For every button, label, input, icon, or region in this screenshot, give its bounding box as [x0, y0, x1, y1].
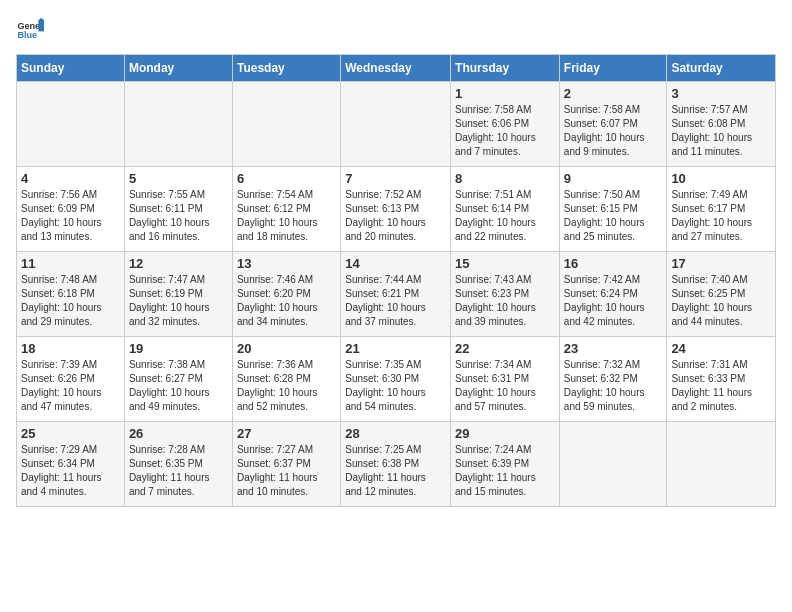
- day-info: Sunrise: 7:36 AM Sunset: 6:28 PM Dayligh…: [237, 358, 336, 414]
- calendar-row-4: 25Sunrise: 7:29 AM Sunset: 6:34 PM Dayli…: [17, 422, 776, 507]
- day-number: 21: [345, 341, 446, 356]
- day-number: 29: [455, 426, 555, 441]
- day-number: 1: [455, 86, 555, 101]
- day-info: Sunrise: 7:29 AM Sunset: 6:34 PM Dayligh…: [21, 443, 120, 499]
- calendar-cell: [124, 82, 232, 167]
- day-number: 2: [564, 86, 663, 101]
- weekday-header-monday: Monday: [124, 55, 232, 82]
- day-number: 18: [21, 341, 120, 356]
- weekday-header-wednesday: Wednesday: [341, 55, 451, 82]
- calendar-cell: 29Sunrise: 7:24 AM Sunset: 6:39 PM Dayli…: [451, 422, 560, 507]
- day-info: Sunrise: 7:31 AM Sunset: 6:33 PM Dayligh…: [671, 358, 771, 414]
- day-info: Sunrise: 7:58 AM Sunset: 6:06 PM Dayligh…: [455, 103, 555, 159]
- day-number: 14: [345, 256, 446, 271]
- day-info: Sunrise: 7:56 AM Sunset: 6:09 PM Dayligh…: [21, 188, 120, 244]
- calendar-row-2: 11Sunrise: 7:48 AM Sunset: 6:18 PM Dayli…: [17, 252, 776, 337]
- calendar-cell: [667, 422, 776, 507]
- calendar-cell: 1Sunrise: 7:58 AM Sunset: 6:06 PM Daylig…: [451, 82, 560, 167]
- day-number: 9: [564, 171, 663, 186]
- calendar-cell: 22Sunrise: 7:34 AM Sunset: 6:31 PM Dayli…: [451, 337, 560, 422]
- day-number: 11: [21, 256, 120, 271]
- day-number: 12: [129, 256, 228, 271]
- day-number: 3: [671, 86, 771, 101]
- calendar-cell: 12Sunrise: 7:47 AM Sunset: 6:19 PM Dayli…: [124, 252, 232, 337]
- day-number: 19: [129, 341, 228, 356]
- calendar-cell: 18Sunrise: 7:39 AM Sunset: 6:26 PM Dayli…: [17, 337, 125, 422]
- day-number: 10: [671, 171, 771, 186]
- calendar-cell: 19Sunrise: 7:38 AM Sunset: 6:27 PM Dayli…: [124, 337, 232, 422]
- weekday-header-friday: Friday: [559, 55, 667, 82]
- day-number: 28: [345, 426, 446, 441]
- day-info: Sunrise: 7:57 AM Sunset: 6:08 PM Dayligh…: [671, 103, 771, 159]
- calendar-cell: 21Sunrise: 7:35 AM Sunset: 6:30 PM Dayli…: [341, 337, 451, 422]
- logo: General Blue: [16, 16, 52, 44]
- calendar-cell: 15Sunrise: 7:43 AM Sunset: 6:23 PM Dayli…: [451, 252, 560, 337]
- day-info: Sunrise: 7:54 AM Sunset: 6:12 PM Dayligh…: [237, 188, 336, 244]
- calendar-cell: 13Sunrise: 7:46 AM Sunset: 6:20 PM Dayli…: [232, 252, 340, 337]
- calendar-cell: 11Sunrise: 7:48 AM Sunset: 6:18 PM Dayli…: [17, 252, 125, 337]
- day-info: Sunrise: 7:35 AM Sunset: 6:30 PM Dayligh…: [345, 358, 446, 414]
- day-info: Sunrise: 7:50 AM Sunset: 6:15 PM Dayligh…: [564, 188, 663, 244]
- day-info: Sunrise: 7:24 AM Sunset: 6:39 PM Dayligh…: [455, 443, 555, 499]
- calendar-cell: 14Sunrise: 7:44 AM Sunset: 6:21 PM Dayli…: [341, 252, 451, 337]
- day-info: Sunrise: 7:48 AM Sunset: 6:18 PM Dayligh…: [21, 273, 120, 329]
- day-info: Sunrise: 7:39 AM Sunset: 6:26 PM Dayligh…: [21, 358, 120, 414]
- calendar-cell: 25Sunrise: 7:29 AM Sunset: 6:34 PM Dayli…: [17, 422, 125, 507]
- day-info: Sunrise: 7:46 AM Sunset: 6:20 PM Dayligh…: [237, 273, 336, 329]
- day-info: Sunrise: 7:32 AM Sunset: 6:32 PM Dayligh…: [564, 358, 663, 414]
- calendar-row-3: 18Sunrise: 7:39 AM Sunset: 6:26 PM Dayli…: [17, 337, 776, 422]
- day-info: Sunrise: 7:52 AM Sunset: 6:13 PM Dayligh…: [345, 188, 446, 244]
- calendar-cell: 2Sunrise: 7:58 AM Sunset: 6:07 PM Daylig…: [559, 82, 667, 167]
- calendar-cell: 8Sunrise: 7:51 AM Sunset: 6:14 PM Daylig…: [451, 167, 560, 252]
- day-info: Sunrise: 7:42 AM Sunset: 6:24 PM Dayligh…: [564, 273, 663, 329]
- day-number: 23: [564, 341, 663, 356]
- calendar-cell: 9Sunrise: 7:50 AM Sunset: 6:15 PM Daylig…: [559, 167, 667, 252]
- calendar-cell: 3Sunrise: 7:57 AM Sunset: 6:08 PM Daylig…: [667, 82, 776, 167]
- weekday-header-saturday: Saturday: [667, 55, 776, 82]
- weekday-header-tuesday: Tuesday: [232, 55, 340, 82]
- calendar-row-0: 1Sunrise: 7:58 AM Sunset: 6:06 PM Daylig…: [17, 82, 776, 167]
- day-number: 13: [237, 256, 336, 271]
- day-number: 22: [455, 341, 555, 356]
- calendar-cell: 6Sunrise: 7:54 AM Sunset: 6:12 PM Daylig…: [232, 167, 340, 252]
- day-info: Sunrise: 7:55 AM Sunset: 6:11 PM Dayligh…: [129, 188, 228, 244]
- weekday-header-row: SundayMondayTuesdayWednesdayThursdayFrid…: [17, 55, 776, 82]
- day-info: Sunrise: 7:58 AM Sunset: 6:07 PM Dayligh…: [564, 103, 663, 159]
- calendar-cell: 17Sunrise: 7:40 AM Sunset: 6:25 PM Dayli…: [667, 252, 776, 337]
- day-number: 16: [564, 256, 663, 271]
- calendar-cell: [17, 82, 125, 167]
- day-info: Sunrise: 7:43 AM Sunset: 6:23 PM Dayligh…: [455, 273, 555, 329]
- calendar-cell: 5Sunrise: 7:55 AM Sunset: 6:11 PM Daylig…: [124, 167, 232, 252]
- calendar-cell: [232, 82, 340, 167]
- day-info: Sunrise: 7:51 AM Sunset: 6:14 PM Dayligh…: [455, 188, 555, 244]
- day-info: Sunrise: 7:25 AM Sunset: 6:38 PM Dayligh…: [345, 443, 446, 499]
- calendar-cell: 27Sunrise: 7:27 AM Sunset: 6:37 PM Dayli…: [232, 422, 340, 507]
- day-info: Sunrise: 7:47 AM Sunset: 6:19 PM Dayligh…: [129, 273, 228, 329]
- calendar-cell: [559, 422, 667, 507]
- day-number: 24: [671, 341, 771, 356]
- day-number: 15: [455, 256, 555, 271]
- day-info: Sunrise: 7:40 AM Sunset: 6:25 PM Dayligh…: [671, 273, 771, 329]
- day-info: Sunrise: 7:27 AM Sunset: 6:37 PM Dayligh…: [237, 443, 336, 499]
- day-info: Sunrise: 7:44 AM Sunset: 6:21 PM Dayligh…: [345, 273, 446, 329]
- calendar-cell: 26Sunrise: 7:28 AM Sunset: 6:35 PM Dayli…: [124, 422, 232, 507]
- calendar-cell: 24Sunrise: 7:31 AM Sunset: 6:33 PM Dayli…: [667, 337, 776, 422]
- day-number: 5: [129, 171, 228, 186]
- calendar-cell: 4Sunrise: 7:56 AM Sunset: 6:09 PM Daylig…: [17, 167, 125, 252]
- calendar-cell: 20Sunrise: 7:36 AM Sunset: 6:28 PM Dayli…: [232, 337, 340, 422]
- calendar-cell: 10Sunrise: 7:49 AM Sunset: 6:17 PM Dayli…: [667, 167, 776, 252]
- day-number: 27: [237, 426, 336, 441]
- day-number: 8: [455, 171, 555, 186]
- logo-icon: General Blue: [16, 16, 44, 44]
- svg-text:Blue: Blue: [17, 30, 37, 40]
- weekday-header-sunday: Sunday: [17, 55, 125, 82]
- day-number: 26: [129, 426, 228, 441]
- calendar-row-1: 4Sunrise: 7:56 AM Sunset: 6:09 PM Daylig…: [17, 167, 776, 252]
- day-info: Sunrise: 7:38 AM Sunset: 6:27 PM Dayligh…: [129, 358, 228, 414]
- calendar-cell: 16Sunrise: 7:42 AM Sunset: 6:24 PM Dayli…: [559, 252, 667, 337]
- day-info: Sunrise: 7:49 AM Sunset: 6:17 PM Dayligh…: [671, 188, 771, 244]
- calendar-header: SundayMondayTuesdayWednesdayThursdayFrid…: [17, 55, 776, 82]
- header: General Blue: [16, 16, 776, 44]
- day-info: Sunrise: 7:28 AM Sunset: 6:35 PM Dayligh…: [129, 443, 228, 499]
- day-number: 7: [345, 171, 446, 186]
